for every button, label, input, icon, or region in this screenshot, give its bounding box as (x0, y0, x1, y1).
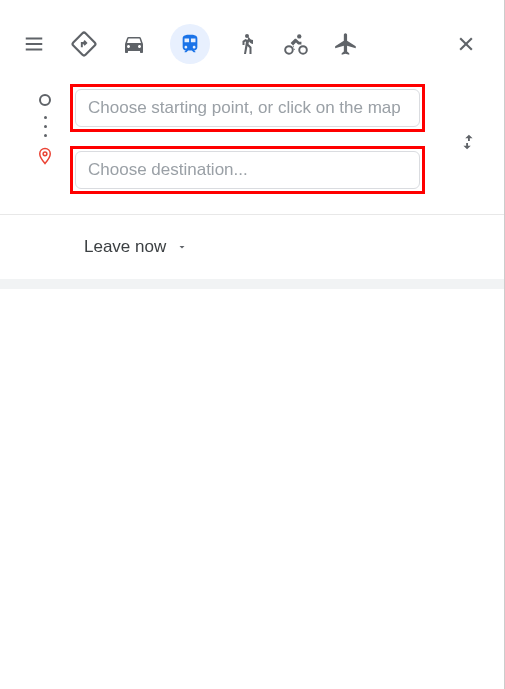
route-dots-icon (44, 116, 47, 137)
best-route-icon[interactable] (70, 30, 98, 58)
origin-marker-icon (39, 94, 51, 106)
svg-point-5 (285, 46, 293, 54)
start-input-highlight (70, 84, 425, 132)
walking-icon[interactable] (232, 30, 260, 58)
menu-icon[interactable] (20, 30, 48, 58)
transit-icon[interactable] (170, 24, 210, 64)
svg-point-10 (43, 152, 47, 156)
cycling-icon[interactable] (282, 30, 310, 58)
waypoint-indicators (20, 84, 70, 165)
schedule-label: Leave now (84, 237, 166, 257)
destination-input-highlight (70, 146, 425, 194)
svg-point-6 (299, 46, 307, 54)
destination-pin-icon (36, 147, 54, 165)
close-icon[interactable] (452, 30, 480, 58)
section-divider (0, 279, 504, 289)
dropdown-arrow-icon (176, 241, 188, 253)
schedule-dropdown[interactable]: Leave now (0, 215, 504, 279)
flights-icon[interactable] (332, 30, 360, 58)
start-input[interactable] (75, 89, 420, 127)
driving-icon[interactable] (120, 30, 148, 58)
destination-input[interactable] (75, 151, 420, 189)
svg-point-7 (297, 34, 301, 38)
swap-icon[interactable] (452, 126, 484, 158)
